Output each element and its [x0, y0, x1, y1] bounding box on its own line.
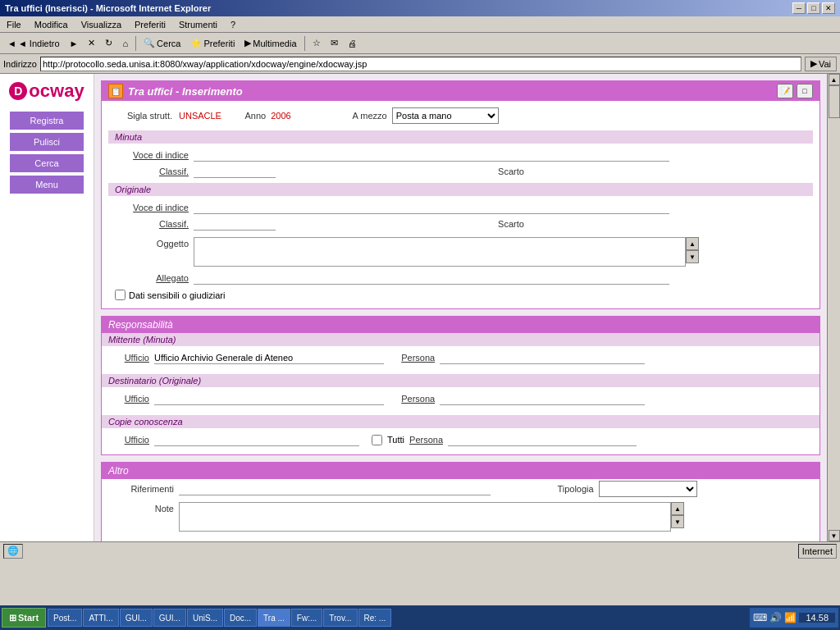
note-container: ▲ ▼	[179, 502, 671, 533]
persona-label2[interactable]: Persona	[401, 394, 435, 404]
riferimenti-input[interactable]	[179, 482, 491, 495]
tutti-checkbox[interactable]	[372, 435, 382, 445]
pulisci-button[interactable]: Pulisci	[10, 133, 84, 151]
voce-indice-input1[interactable]	[194, 148, 669, 162]
menu-help[interactable]: ?	[227, 19, 239, 30]
home-button[interactable]: ⌂	[118, 34, 132, 52]
voce-indice-label1[interactable]: Voce di indice	[115, 150, 189, 160]
maximize-button[interactable]: □	[807, 2, 820, 14]
oggetto-textarea[interactable]	[194, 237, 686, 267]
main-scrollbar: ▲ ▼	[827, 74, 840, 541]
menu-button[interactable]: Menu	[10, 176, 84, 194]
ufficio-input3[interactable]	[154, 433, 359, 446]
registra-button[interactable]: Registra	[10, 112, 84, 130]
docway-logo: D ocway	[9, 80, 84, 102]
allegato-input[interactable]	[194, 272, 669, 285]
tipologia-select[interactable]	[599, 481, 697, 497]
sigla-value: UNSACLE	[179, 111, 221, 121]
status-bar: 🌐 Internet	[0, 541, 840, 559]
classif-input2[interactable]	[194, 217, 276, 231]
persona-label1[interactable]: Persona	[401, 353, 435, 363]
classif-input1[interactable]	[194, 165, 276, 178]
search-button[interactable]: 🔍 Cerca	[139, 34, 185, 52]
tipologia-label: Tipologia	[528, 484, 594, 494]
note-scroll: ▲ ▼	[671, 502, 684, 528]
note-textarea[interactable]	[179, 502, 671, 532]
note-row: Note ▲ ▼	[102, 500, 819, 535]
ufficio-input2[interactable]	[154, 392, 384, 405]
stop-button[interactable]: ✕	[84, 34, 99, 52]
menu-visualizza[interactable]: Visualizza	[78, 19, 125, 30]
content-area[interactable]: 📋 Tra uffici - Inserimento 📝 □ Sigla str…	[94, 74, 827, 541]
persona-label3[interactable]: Persona	[409, 435, 443, 445]
allegato-label[interactable]: Allegato	[115, 273, 189, 283]
form-edit-btn[interactable]: 📝	[777, 84, 793, 98]
classif-row2: Classif. Scarto	[108, 216, 813, 232]
menu-file[interactable]: File	[3, 19, 25, 30]
scroll-bottom-btn[interactable]: ▼	[829, 530, 840, 541]
star-icon: ⭐	[190, 38, 202, 48]
status-icon: 🌐	[7, 546, 19, 556]
dati-sensibili-checkbox[interactable]	[115, 290, 126, 300]
minimize-button[interactable]: ─	[792, 2, 806, 14]
dati-sensibili-row: Dati sensibili o giudiziari	[108, 286, 813, 304]
responsabilita-header: Responsabilità	[102, 317, 819, 333]
ufficio-label1[interactable]: Ufficio	[108, 353, 149, 363]
classif-label1[interactable]: Classif.	[115, 167, 189, 176]
anno-label: Anno	[241, 111, 266, 121]
mittente-row: Ufficio Persona	[102, 349, 819, 366]
note-scroll-up[interactable]: ▲	[671, 502, 684, 515]
scroll-top-btn[interactable]: ▲	[829, 74, 840, 85]
scroll-down-btn[interactable]: ▼	[686, 250, 699, 263]
note-scroll-down[interactable]: ▼	[671, 515, 684, 528]
oggetto-row: Oggetto ▲ ▼	[108, 235, 813, 270]
address-input[interactable]	[40, 57, 801, 71]
a-mezzo-select[interactable]: Posta a mano Posta elettronica Fax	[392, 107, 499, 124]
persona-input2[interactable]	[440, 392, 645, 405]
destinatario-row: Ufficio Persona	[102, 390, 819, 407]
main-container: D ocway Registra Pulisci Cerca Menu 📋 Tr…	[0, 74, 840, 541]
window-title: Tra uffici (Inserisci) - Microsoft Inter…	[5, 3, 211, 13]
oggetto-scroll: ▲ ▼	[686, 237, 699, 263]
mail-button[interactable]: ✉	[326, 34, 342, 52]
forward-button[interactable]: ►	[66, 34, 83, 52]
status-left: 🌐	[3, 544, 23, 559]
multimedia-button[interactable]: ▶ Multimedia	[240, 34, 300, 52]
altro-header: Altro	[102, 463, 819, 479]
scroll-thumb[interactable]	[829, 85, 840, 118]
form-icon: 📋	[108, 84, 123, 98]
form-toggle-btn[interactable]: □	[797, 84, 813, 98]
voce-indice-input2[interactable]	[194, 201, 669, 214]
anno-value: 2006	[271, 111, 290, 121]
tutti-label: Tutti	[387, 435, 404, 445]
responsabilita-section: Responsabilità Mittente (Minuta) Ufficio…	[101, 316, 820, 455]
ufficio-label2[interactable]: Ufficio	[108, 394, 149, 404]
scroll-up-btn[interactable]: ▲	[686, 237, 699, 250]
voce-indice-row2: Voce di indice	[108, 199, 813, 216]
voce-indice-label2[interactable]: Voce di indice	[115, 203, 189, 212]
favorites-button[interactable]: ⭐ Preferiti	[186, 34, 239, 52]
mittente-header: Mittente (Minuta)	[102, 333, 819, 346]
menu-preferiti[interactable]: Preferiti	[131, 19, 169, 30]
ufficio-input1[interactable]	[154, 351, 384, 364]
persona-input1[interactable]	[440, 351, 645, 364]
go-button[interactable]: ▶ Vai	[805, 57, 837, 71]
sidebar: D ocway Registra Pulisci Cerca Menu	[0, 74, 94, 541]
print-button[interactable]: 🖨	[344, 34, 361, 52]
ufficio-label3[interactable]: Ufficio	[108, 435, 149, 445]
main-form-section: 📋 Tra uffici - Inserimento 📝 □ Sigla str…	[101, 80, 820, 309]
refresh-button[interactable]: ↻	[101, 34, 116, 52]
destinatario-header: Destinatario (Originale)	[102, 374, 819, 387]
cerca-button[interactable]: Cerca	[10, 154, 84, 172]
oggetto-container: ▲ ▼	[194, 237, 686, 268]
menu-strumenti[interactable]: Strumenti	[176, 19, 221, 30]
persona-input3[interactable]	[448, 433, 637, 446]
separator1	[135, 36, 136, 51]
allegato-row: Allegato	[108, 270, 813, 286]
history-button[interactable]: ☆	[308, 34, 325, 52]
menu-modifica[interactable]: Modifica	[31, 19, 71, 30]
internet-label: Internet	[798, 544, 837, 559]
close-button[interactable]: ✕	[822, 2, 835, 14]
classif-label2[interactable]: Classif.	[115, 219, 189, 229]
back-button[interactable]: ◄ ◄ Indietro	[3, 34, 64, 52]
